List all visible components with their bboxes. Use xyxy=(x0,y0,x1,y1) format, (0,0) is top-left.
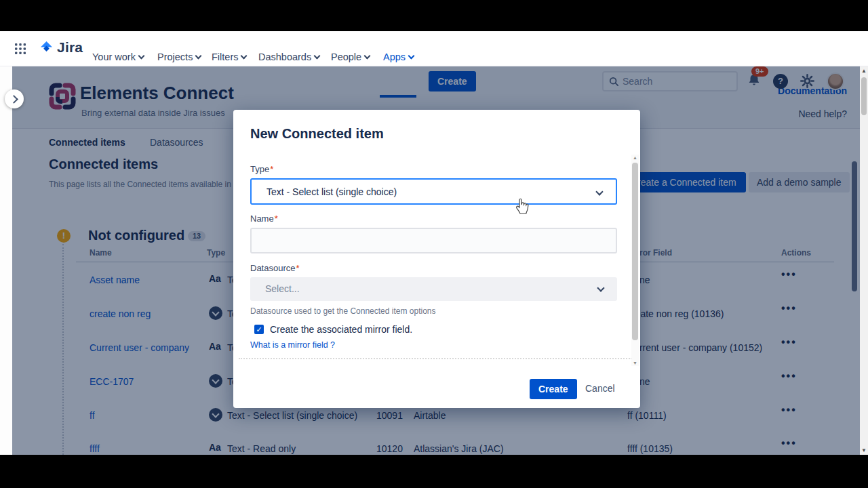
scroll-up-icon[interactable]: ▲ xyxy=(860,68,868,74)
chevron-down-icon xyxy=(364,53,371,60)
chevron-down-icon xyxy=(314,53,321,60)
scroll-down-icon[interactable]: ▼ xyxy=(631,361,639,365)
screen: Jira Your work Projects Filters Dashboar… xyxy=(0,0,868,488)
datasource-select-value: Select... xyxy=(265,283,300,294)
nav-your-work-label: Your work xyxy=(92,52,136,62)
name-input[interactable] xyxy=(250,228,617,253)
nav-people[interactable]: People xyxy=(331,52,370,62)
nav-filters-label: Filters xyxy=(212,52,238,62)
top-navbar: Jira Your work Projects Filters Dashboar… xyxy=(0,31,868,66)
datasource-select[interactable]: Select... xyxy=(250,277,617,301)
dialog-title: New Connected item xyxy=(250,126,384,142)
dialog-scrollbar[interactable]: ▲ ▼ xyxy=(631,155,639,366)
nav-projects[interactable]: Projects xyxy=(157,52,201,62)
letterbox-top xyxy=(0,0,868,31)
mirror-checkbox-label: Create the associated mirror field. xyxy=(270,324,412,335)
nav-dashboards-label: Dashboards xyxy=(258,52,311,62)
chevron-down-icon xyxy=(408,53,415,60)
name-field-label: Name* xyxy=(250,214,278,224)
nav-apps-label: Apps xyxy=(383,52,406,62)
sidebar-expand-button[interactable] xyxy=(5,89,24,108)
dialog-scrollbar-thumb[interactable] xyxy=(632,163,638,340)
type-label-text: Type xyxy=(250,164,269,174)
nav-dashboards[interactable]: Dashboards xyxy=(258,52,319,62)
dialog-cancel-button[interactable]: Cancel xyxy=(585,383,615,394)
required-asterisk: * xyxy=(270,164,273,174)
mouse-cursor-icon xyxy=(515,197,530,217)
datasource-help-text: Datasource used to get the Connected ite… xyxy=(250,306,436,316)
chevron-down-icon xyxy=(595,188,603,195)
jira-logo[interactable]: Jira xyxy=(38,39,83,56)
window-scrollbar-thumb[interactable] xyxy=(861,77,867,115)
jira-brand-text: Jira xyxy=(57,39,83,56)
chevron-down-icon xyxy=(138,53,145,60)
chevron-down-icon xyxy=(597,284,604,291)
nav-filters[interactable]: Filters xyxy=(212,52,246,62)
name-label-text: Name xyxy=(250,214,274,224)
chevron-down-icon xyxy=(241,53,248,60)
collapsed-sidebar-rail xyxy=(0,66,12,455)
type-field-label: Type* xyxy=(250,164,273,174)
type-select-value: Text - Select list (single choice) xyxy=(267,186,397,197)
mirror-field-checkbox[interactable]: ✓ xyxy=(254,325,264,334)
nav-people-label: People xyxy=(331,52,361,62)
nav-projects-label: Projects xyxy=(157,52,193,62)
required-asterisk: * xyxy=(275,214,278,224)
window-scrollbar[interactable]: ▲ ▼ xyxy=(860,66,868,455)
new-connected-item-dialog: New Connected item Type* Text - Select l… xyxy=(233,110,640,408)
scroll-up-icon[interactable]: ▲ xyxy=(631,155,639,160)
scroll-down-icon[interactable]: ▼ xyxy=(860,447,868,453)
required-asterisk: * xyxy=(296,263,299,273)
dialog-create-button[interactable]: Create xyxy=(530,379,577,399)
nav-apps[interactable]: Apps xyxy=(383,52,414,62)
app-switcher-icon[interactable] xyxy=(15,43,26,57)
mirror-field-help-link[interactable]: What is a mirror field ? xyxy=(250,340,335,350)
nav-your-work[interactable]: Your work xyxy=(92,52,144,62)
jira-mark-icon xyxy=(38,39,54,56)
datasource-field-label: Datasource* xyxy=(250,263,300,273)
datasource-label-text: Datasource xyxy=(250,263,295,273)
scroll-area-divider xyxy=(239,358,632,359)
letterbox-bottom xyxy=(0,455,868,488)
type-select[interactable]: Text - Select list (single choice) xyxy=(250,178,617,205)
chevron-down-icon xyxy=(195,53,202,60)
